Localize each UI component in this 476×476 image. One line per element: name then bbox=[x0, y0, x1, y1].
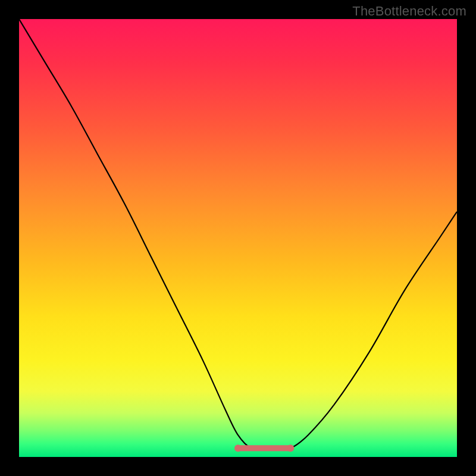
bottleneck-curve bbox=[19, 19, 457, 457]
optimal-range-start-dot bbox=[234, 444, 242, 452]
optimal-range-end-dot bbox=[287, 444, 294, 452]
curve-path bbox=[19, 19, 457, 449]
watermark-text: TheBottleneck.com bbox=[352, 4, 466, 19]
plot-area bbox=[19, 19, 457, 457]
chart-frame: TheBottleneck.com bbox=[0, 0, 476, 476]
